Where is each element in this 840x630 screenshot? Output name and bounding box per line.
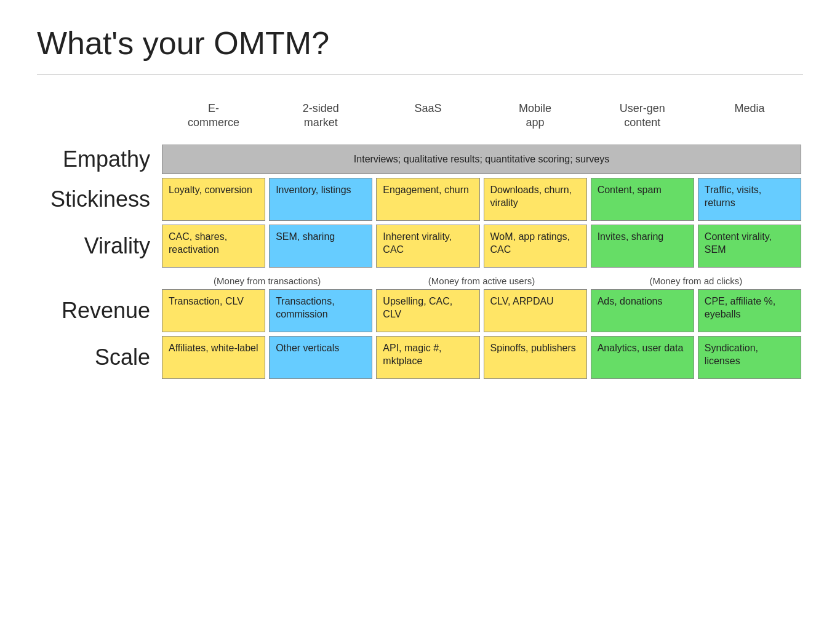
- sublabel-ad-clicks: (Money from ad clicks): [589, 269, 803, 287]
- revenue-ecommerce: Transaction, CLV: [162, 289, 265, 332]
- header-empty: [37, 97, 160, 143]
- virality-ecommerce: CAC, shares, reactivation: [162, 225, 265, 268]
- virality-mobileapp: WoM, app ratings, CAC: [484, 225, 587, 268]
- virality-saas: Inherent virality, CAC: [376, 225, 479, 268]
- scale-ecommerce: Affiliates, white-label: [162, 336, 265, 379]
- stickiness-saas: Engagement, churn: [376, 178, 479, 221]
- stickiness-twosided: Inventory, listings: [269, 178, 372, 221]
- main-grid: E-commerce 2-sidedmarket SaaS Mobileapp …: [37, 97, 803, 381]
- stickiness-media: Traffic, visits, returns: [698, 178, 801, 221]
- scale-mobileapp: Spinoffs, publishers: [484, 336, 587, 379]
- revenue-ugc: Ads, donations: [591, 289, 694, 332]
- col-header-ugc: User-gencontent: [589, 97, 696, 143]
- revenue-saas: Upselling, CAC, CLV: [376, 289, 479, 332]
- row-label-virality: Virality: [37, 223, 160, 269]
- col-header-saas: SaaS: [374, 97, 481, 143]
- scale-twosided: Other verticals: [269, 336, 372, 379]
- virality-media: Content virality, SEM: [698, 225, 801, 268]
- col-header-mobileapp: Mobileapp: [482, 97, 589, 143]
- row-label-scale: Scale: [37, 334, 160, 381]
- virality-twosided: SEM, sharing: [269, 225, 372, 268]
- scale-ugc: Analytics, user data: [591, 336, 694, 379]
- row-label-stickiness: Stickiness: [37, 176, 160, 223]
- stickiness-ecommerce: Loyalty, conversion: [162, 178, 265, 221]
- row-label-revenue: Revenue: [37, 287, 160, 334]
- page-title: What's your OMTM?: [37, 25, 803, 62]
- scale-media: Syndication, licenses: [698, 336, 801, 379]
- col-header-twosided: 2-sidedmarket: [267, 97, 374, 143]
- col-header-media: Media: [696, 97, 803, 143]
- empathy-span-cell: Interviews; qualitative results; quantit…: [162, 145, 801, 174]
- row-label-empathy: Empathy: [37, 143, 160, 176]
- scale-saas: API, magic #, mktplace: [376, 336, 479, 379]
- sublabel-active-users: (Money from active users): [374, 269, 588, 287]
- stickiness-mobileapp: Downloads, churn, virality: [484, 178, 587, 221]
- sublabel-transactions: (Money from transactions): [160, 269, 374, 287]
- virality-ugc: Invites, sharing: [591, 225, 694, 268]
- revenue-media: CPE, affiliate %, eyeballs: [698, 289, 801, 332]
- col-header-ecommerce: E-commerce: [160, 97, 267, 143]
- revenue-mobileapp: CLV, ARPDAU: [484, 289, 587, 332]
- revenue-twosided: Transactions, commission: [269, 289, 372, 332]
- divider: [37, 74, 803, 74]
- revenue-sublabel-empty: [37, 269, 160, 287]
- stickiness-ugc: Content, spam: [591, 178, 694, 221]
